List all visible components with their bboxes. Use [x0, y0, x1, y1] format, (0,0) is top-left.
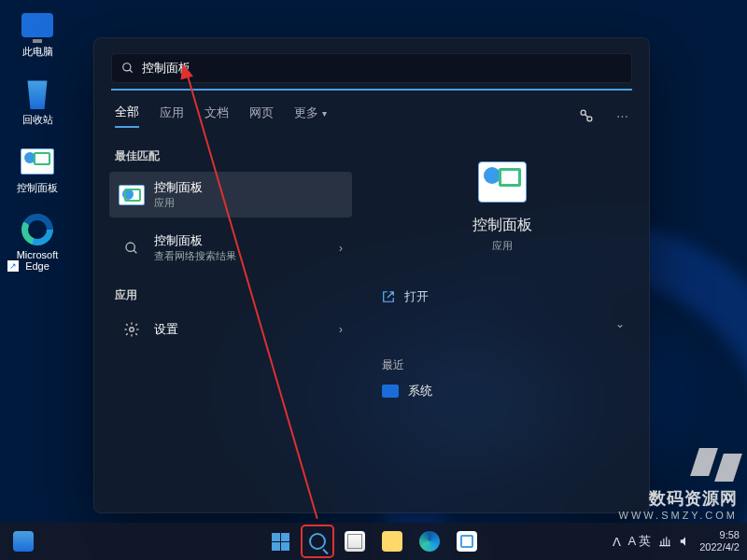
edge-icon: [419, 531, 440, 552]
control-panel-icon: [478, 161, 527, 203]
action-expand[interactable]: ⌄: [371, 315, 634, 333]
chevron-right-icon: ›: [339, 323, 343, 336]
control-panel-icon: ↗: [20, 144, 55, 179]
search-tabs: 全部 应用 文档 网页 更多 ▾ ⋯: [94, 91, 649, 137]
task-view-icon: [345, 531, 365, 552]
apps-section-label: 应用: [109, 282, 352, 311]
search-icon: [119, 237, 145, 259]
tray-chevron-up-icon[interactable]: ᐱ: [613, 535, 621, 549]
svg-point-0: [123, 63, 131, 71]
desktop-icons: 此电脑 回收站 ↗ 控制面板 ↗ Microsoft Edge: [7, 7, 67, 272]
result-title: 控制面板: [154, 179, 203, 196]
widgets-icon: [13, 531, 34, 552]
svg-point-4: [126, 243, 134, 251]
result-control-panel-web[interactable]: 控制面板 查看网络搜索结果 ›: [109, 225, 352, 271]
svg-line-5: [134, 250, 136, 253]
result-title: 控制面板: [154, 232, 236, 249]
desktop-icon-edge[interactable]: ↗ Microsoft Edge: [7, 212, 67, 272]
action-open[interactable]: 打开: [371, 279, 634, 315]
system-icon: [382, 385, 399, 398]
widgets-button[interactable]: [7, 525, 39, 557]
account-icon[interactable]: [577, 106, 596, 125]
result-sub: 查看网络搜索结果: [154, 249, 236, 263]
taskbar: ᐱ A 英 9:58 2022/4/2: [0, 523, 747, 560]
recent-item-system[interactable]: 系统: [371, 373, 634, 409]
tab-web[interactable]: 网页: [249, 105, 274, 127]
clock-date: 2022/4/2: [699, 541, 740, 553]
more-options-icon[interactable]: ⋯: [616, 109, 628, 123]
desktop-icon-label: 控制面板: [17, 181, 58, 195]
desktop-icon-label: 回收站: [22, 113, 53, 127]
search-icon: [309, 533, 326, 550]
open-icon: [382, 290, 395, 303]
recent-item-label: 系统: [408, 383, 432, 399]
task-view-button[interactable]: [339, 525, 371, 557]
preview-sub: 应用: [492, 239, 513, 253]
watermark-title: 数码资源网: [619, 487, 738, 510]
monitor-icon: [20, 7, 55, 43]
watermark-logo-icon: [695, 448, 738, 483]
recycle-bin-icon: [20, 76, 55, 111]
store-button[interactable]: [451, 525, 483, 557]
tab-more[interactable]: 更多 ▾: [294, 105, 327, 127]
svg-point-6: [130, 328, 134, 332]
desktop-icon-recycle-bin[interactable]: 回收站: [7, 76, 67, 127]
watermark: 数码资源网 WWW.SMZY.COM: [619, 448, 738, 521]
ime-indicator[interactable]: A 英: [628, 533, 652, 550]
file-explorer-button[interactable]: [376, 525, 408, 557]
windows-logo-icon: [272, 533, 289, 551]
tab-apps[interactable]: 应用: [160, 105, 184, 127]
desktop-icon-label: 此电脑: [22, 45, 53, 59]
folder-icon: [382, 531, 402, 552]
best-match-label: 最佳匹配: [109, 143, 352, 172]
result-control-panel[interactable]: 控制面板 应用: [109, 172, 352, 217]
results-column: 最佳匹配 控制面板 应用 控制面板 查看网络搜索结果 › 应用: [109, 143, 352, 409]
volume-icon[interactable]: [679, 535, 692, 548]
preview-column: 控制面板 应用 打开 ⌄ 最近 系统: [363, 143, 641, 409]
tab-docs[interactable]: 文档: [204, 105, 229, 127]
chevron-right-icon: ›: [339, 242, 343, 255]
edge-icon: ↗: [20, 212, 55, 247]
watermark-url: WWW.SMZY.COM: [619, 510, 738, 521]
svg-line-1: [130, 70, 133, 73]
edge-button[interactable]: [414, 525, 445, 557]
search-icon: [121, 62, 134, 75]
control-panel-icon: [119, 184, 145, 206]
desktop-icon-this-pc[interactable]: 此电脑: [7, 7, 67, 59]
store-icon: [457, 531, 477, 552]
start-search-panel: 全部 应用 文档 网页 更多 ▾ ⋯ 最佳匹配 控制面板 应用: [93, 37, 650, 513]
preview-title: 控制面板: [472, 216, 532, 235]
search-input[interactable]: [142, 62, 622, 76]
tab-all[interactable]: 全部: [115, 104, 139, 128]
start-button[interactable]: [264, 525, 296, 557]
desktop-icon-control-panel[interactable]: ↗ 控制面板: [7, 144, 67, 195]
result-title: 设置: [154, 321, 178, 338]
taskbar-clock[interactable]: 9:58 2022/4/2: [699, 529, 740, 553]
action-label: 打开: [404, 288, 429, 305]
gear-icon: [119, 318, 145, 341]
taskbar-search-button[interactable]: [302, 525, 333, 557]
recent-label: 最近: [371, 357, 634, 373]
clock-time: 9:58: [699, 529, 740, 541]
result-settings[interactable]: 设置 ›: [109, 311, 352, 348]
chevron-down-icon: ⌄: [615, 317, 625, 330]
network-icon[interactable]: [658, 535, 671, 548]
result-sub: 应用: [154, 196, 203, 210]
